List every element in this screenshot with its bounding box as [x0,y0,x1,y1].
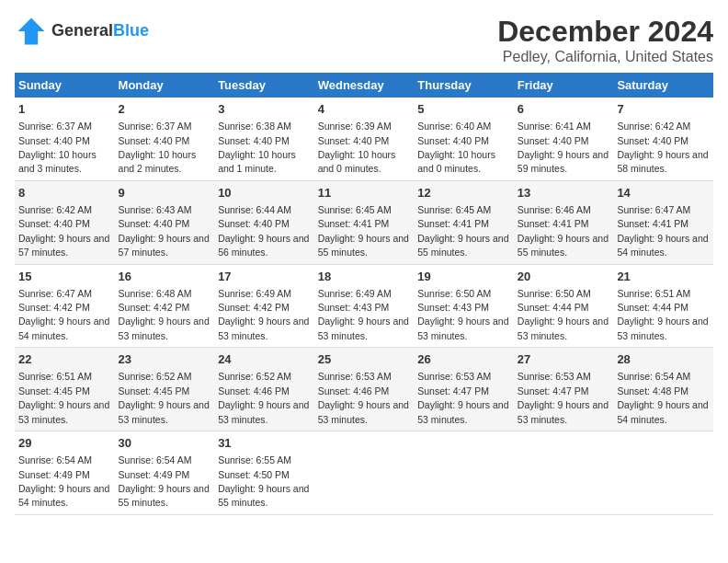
calendar-cell: 10Sunrise: 6:44 AMSunset: 4:40 PMDayligh… [214,180,314,264]
daylight-text: Daylight: 9 hours and 53 minutes. [318,399,409,424]
day-number: 25 [318,351,411,368]
sunrise-text: Sunrise: 6:37 AM [18,121,92,132]
sunrise-text: Sunrise: 6:55 AM [218,454,291,465]
calendar-cell: 31Sunrise: 6:55 AMSunset: 4:50 PMDayligh… [214,431,314,515]
calendar-cell: 23Sunrise: 6:52 AMSunset: 4:45 PMDayligh… [115,348,215,431]
sunset-text: Sunset: 4:48 PM [617,385,688,396]
daylight-text: Daylight: 9 hours and 53 minutes. [218,399,309,424]
sunrise-text: Sunrise: 6:50 AM [417,288,491,299]
day-number: 14 [617,185,710,201]
day-number: 9 [119,185,211,201]
daylight-text: Daylight: 9 hours and 53 minutes. [218,316,309,340]
sunset-text: Sunset: 4:42 PM [119,302,190,313]
sunrise-text: Sunrise: 6:50 AM [518,288,591,299]
sunrise-text: Sunrise: 6:47 AM [18,288,92,299]
day-number: 27 [518,351,610,368]
calendar-table: SundayMondayTuesdayWednesdayThursdayFrid… [15,73,713,515]
sunset-text: Sunset: 4:49 PM [119,469,190,480]
calendar-cell: 14Sunrise: 6:47 AMSunset: 4:41 PMDayligh… [613,180,713,264]
daylight-text: Daylight: 9 hours and 54 minutes. [18,316,109,340]
day-number: 30 [119,435,211,452]
daylight-text: Daylight: 9 hours and 54 minutes. [617,233,708,258]
sunset-text: Sunset: 4:41 PM [617,218,688,229]
day-number: 16 [119,269,211,285]
calendar-header-row: SundayMondayTuesdayWednesdayThursdayFrid… [15,73,713,98]
sunrise-text: Sunrise: 6:51 AM [617,288,690,299]
day-number: 23 [119,351,211,368]
daylight-text: Daylight: 9 hours and 53 minutes. [18,399,109,424]
week-row-3: 15Sunrise: 6:47 AMSunset: 4:42 PMDayligh… [15,264,713,348]
sunrise-text: Sunrise: 6:42 AM [617,121,690,132]
sunrise-text: Sunrise: 6:52 AM [119,371,192,382]
calendar-cell: 22Sunrise: 6:51 AMSunset: 4:45 PMDayligh… [15,348,115,431]
sunset-text: Sunset: 4:49 PM [18,469,90,480]
sunset-text: Sunset: 4:40 PM [417,135,489,146]
sunrise-text: Sunrise: 6:45 AM [318,204,392,215]
day-header-wednesday: Wednesday [314,73,415,98]
logo: GeneralBlue [15,15,149,48]
day-number: 24 [218,351,311,368]
sunrise-text: Sunrise: 6:49 AM [318,288,392,299]
sunrise-text: Sunrise: 6:54 AM [18,454,92,465]
daylight-text: Daylight: 9 hours and 53 minutes. [119,316,210,340]
calendar-cell: 26Sunrise: 6:53 AMSunset: 4:47 PMDayligh… [414,348,514,431]
calendar-cell: 27Sunrise: 6:53 AMSunset: 4:47 PMDayligh… [514,348,614,431]
sunset-text: Sunset: 4:44 PM [617,302,688,313]
day-number: 22 [18,351,111,368]
day-number: 17 [218,269,311,285]
main-title: December 2024 [497,15,713,49]
day-number: 15 [18,269,111,285]
day-number: 5 [417,101,510,118]
sunset-text: Sunset: 4:40 PM [18,218,90,229]
day-number: 18 [318,269,411,285]
calendar-cell: 25Sunrise: 6:53 AMSunset: 4:46 PMDayligh… [314,348,415,431]
daylight-text: Daylight: 10 hours and 0 minutes. [318,149,396,174]
sunrise-text: Sunrise: 6:37 AM [119,121,192,132]
sunrise-text: Sunrise: 6:40 AM [417,121,491,132]
daylight-text: Daylight: 9 hours and 55 minutes. [318,233,409,258]
day-number: 12 [417,185,510,201]
day-number: 19 [417,269,510,285]
sunset-text: Sunset: 4:40 PM [518,135,589,146]
title-area: December 2024 Pedley, California, United… [497,15,713,65]
day-number: 10 [218,185,311,201]
calendar-cell: 9Sunrise: 6:43 AMSunset: 4:40 PMDaylight… [115,180,215,264]
daylight-text: Daylight: 10 hours and 2 minutes. [119,149,197,174]
sunrise-text: Sunrise: 6:54 AM [119,454,192,465]
sunrise-text: Sunrise: 6:46 AM [518,204,591,215]
daylight-text: Daylight: 9 hours and 55 minutes. [518,233,609,258]
sunrise-text: Sunrise: 6:38 AM [218,121,291,132]
calendar-cell: 24Sunrise: 6:52 AMSunset: 4:46 PMDayligh… [214,348,314,431]
calendar-cell [314,431,415,515]
calendar-cell: 28Sunrise: 6:54 AMSunset: 4:48 PMDayligh… [613,348,713,431]
daylight-text: Daylight: 9 hours and 56 minutes. [218,233,309,258]
daylight-text: Daylight: 9 hours and 54 minutes. [18,483,109,508]
sunset-text: Sunset: 4:46 PM [218,385,290,396]
daylight-text: Daylight: 10 hours and 1 minute. [218,149,296,174]
daylight-text: Daylight: 10 hours and 0 minutes. [417,149,495,174]
daylight-text: Daylight: 9 hours and 53 minutes. [417,399,508,424]
calendar-cell: 15Sunrise: 6:47 AMSunset: 4:42 PMDayligh… [15,264,115,348]
day-header-saturday: Saturday [613,73,713,98]
calendar-cell: 21Sunrise: 6:51 AMSunset: 4:44 PMDayligh… [613,264,713,348]
week-row-5: 29Sunrise: 6:54 AMSunset: 4:49 PMDayligh… [15,431,713,515]
day-header-friday: Friday [514,73,614,98]
day-number: 2 [119,101,211,118]
sunset-text: Sunset: 4:42 PM [18,302,90,313]
daylight-text: Daylight: 9 hours and 53 minutes. [518,316,609,340]
sunrise-text: Sunrise: 6:51 AM [18,371,92,382]
sunset-text: Sunset: 4:45 PM [18,385,90,396]
daylight-text: Daylight: 9 hours and 58 minutes. [617,149,708,174]
subtitle: Pedley, California, United States [497,49,713,65]
calendar-cell [514,431,614,515]
day-number: 13 [518,185,610,201]
day-number: 7 [617,101,710,118]
sunset-text: Sunset: 4:40 PM [119,218,190,229]
day-header-thursday: Thursday [414,73,514,98]
calendar-cell: 6Sunrise: 6:41 AMSunset: 4:40 PMDaylight… [514,98,614,180]
sunset-text: Sunset: 4:43 PM [417,302,489,313]
daylight-text: Daylight: 9 hours and 55 minutes. [417,233,508,258]
sunrise-text: Sunrise: 6:54 AM [617,371,690,382]
daylight-text: Daylight: 9 hours and 57 minutes. [18,233,109,258]
daylight-text: Daylight: 9 hours and 55 minutes. [218,483,309,508]
